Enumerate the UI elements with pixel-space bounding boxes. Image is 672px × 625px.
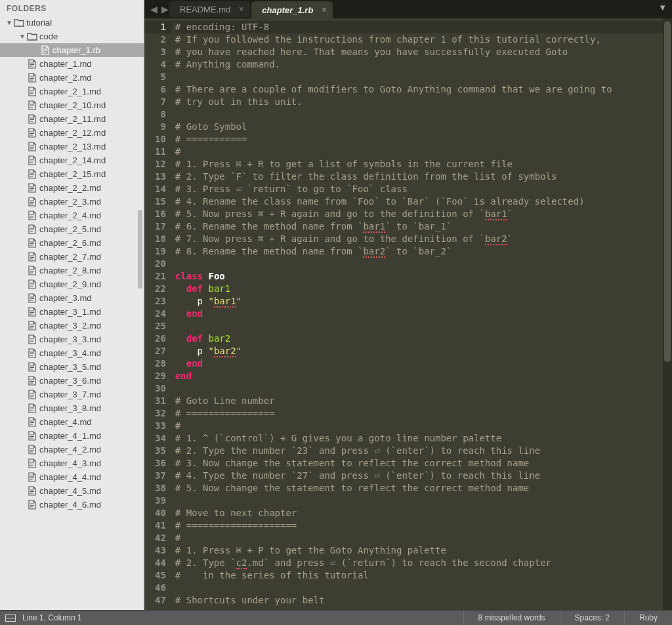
code-line[interactable]: # 3. Now change the statement to reflect… xyxy=(175,457,672,470)
tree-file[interactable]: chapter_2_15.md xyxy=(0,167,144,181)
tree-file[interactable]: chapter_2_11.md xyxy=(0,112,144,126)
tree-file[interactable]: chapter_3_8.md xyxy=(0,401,144,415)
tree-file[interactable]: chapter_2_14.md xyxy=(0,153,144,167)
tree-file[interactable]: chapter_3_1.md xyxy=(0,305,144,319)
tree-file[interactable]: chapter_1.rb xyxy=(0,43,144,57)
tree-file[interactable]: chapter_4_3.md xyxy=(0,456,144,470)
editor-scrollbar-track[interactable] xyxy=(663,18,672,610)
tree-file[interactable]: chapter_2_6.md xyxy=(0,236,144,250)
tree-file[interactable]: chapter_2_2.md xyxy=(0,181,144,195)
code-line[interactable]: # Goto Symbol xyxy=(175,121,672,133)
close-icon[interactable]: × xyxy=(239,5,243,14)
code-line[interactable]: # xyxy=(175,532,672,544)
tree-file[interactable]: chapter_2_13.md xyxy=(0,140,144,153)
code-line[interactable] xyxy=(175,494,672,507)
code-line[interactable]: # 7. Now press ⌘ + R again and go to the… xyxy=(175,233,672,245)
tree-file[interactable]: chapter_1.md xyxy=(0,57,144,71)
status-indentation[interactable]: Spaces: 2 xyxy=(560,611,624,625)
code-line[interactable]: # encoding: UTF-8 xyxy=(175,21,672,33)
code-line[interactable]: # try out in this unit. xyxy=(175,96,672,108)
nav-back-icon[interactable]: ◀ xyxy=(148,3,159,16)
code-line[interactable]: # 5. Now change the statement to reflect… xyxy=(175,482,672,494)
tree-file[interactable]: chapter_3_6.md xyxy=(0,374,144,388)
code-line[interactable] xyxy=(175,258,672,270)
tree-file[interactable]: chapter_2_1.md xyxy=(0,85,144,98)
code-line[interactable]: # 4. Type the number `27` and press ⏎ (`… xyxy=(175,470,672,482)
code-line[interactable] xyxy=(175,320,672,333)
code-line[interactable]: # 2. Type `c2.md` and press ⏎ (`return`)… xyxy=(175,557,672,569)
tree-file[interactable]: chapter_4_5.md xyxy=(0,484,144,498)
tree-file[interactable]: chapter_4_2.md xyxy=(0,443,144,456)
code-line[interactable]: def bar1 xyxy=(175,283,672,295)
code-line[interactable]: # There are a couple of modifiers to Got… xyxy=(175,83,672,96)
code-line[interactable]: # 1. Press ⌘ + P to get the Goto Anythin… xyxy=(175,544,672,557)
tree-folder[interactable]: ▼tutorial xyxy=(0,16,144,30)
code-line[interactable]: # 6. Rename the method name from `bar1` … xyxy=(175,220,672,233)
tree-file[interactable]: chapter_3_4.md xyxy=(0,346,144,360)
tree-file[interactable]: chapter_4.md xyxy=(0,415,144,429)
code-line[interactable]: # If you followed the instructions from … xyxy=(175,33,672,46)
sidebar-scrollbar[interactable] xyxy=(138,210,142,289)
code-line[interactable]: # in the series of this tutorial xyxy=(175,569,672,582)
code-line[interactable]: # xyxy=(175,420,672,432)
tree-file[interactable]: chapter_2_4.md xyxy=(0,209,144,222)
tab[interactable]: README.md× xyxy=(169,1,250,17)
tree-file[interactable]: chapter_2_3.md xyxy=(0,195,144,209)
code-line[interactable]: p "bar2" xyxy=(175,345,672,357)
code-line[interactable]: # 4. Rename the class name from `Foo` to… xyxy=(175,195,672,208)
code-line[interactable]: # 2. Type the number `23` and press ⏎ (`… xyxy=(175,445,672,457)
code-line[interactable]: # 1. ^ (`control`) + G gives you a goto … xyxy=(175,432,672,445)
tree-file[interactable]: chapter_4_4.md xyxy=(0,470,144,484)
code-line[interactable]: def bar2 xyxy=(175,333,672,345)
code-line[interactable] xyxy=(175,582,672,594)
code-line[interactable]: # Goto Line number xyxy=(175,395,672,407)
tree-file[interactable]: chapter_3_2.md xyxy=(0,319,144,333)
code-line[interactable]: # xyxy=(175,146,672,158)
tree-file[interactable]: chapter_4_1.md xyxy=(0,429,144,443)
code-line[interactable]: end xyxy=(175,357,672,370)
code-line[interactable]: # 1. Press ⌘ + R to get a list of symbol… xyxy=(175,158,672,171)
tree-file[interactable]: chapter_3.md xyxy=(0,291,144,305)
code-editor[interactable]: 1234567891011121314151617181920212223242… xyxy=(144,18,672,610)
code-line[interactable] xyxy=(175,108,672,121)
tree-file[interactable]: chapter_3_5.md xyxy=(0,360,144,374)
code-line[interactable]: # ================ xyxy=(175,407,672,420)
code-line[interactable]: # 8. Rename the method name from `bar2` … xyxy=(175,245,672,258)
tree-file[interactable]: chapter_2_12.md xyxy=(0,126,144,140)
panel-switcher-icon[interactable] xyxy=(5,614,16,622)
tree-file[interactable]: chapter_2_5.md xyxy=(0,222,144,236)
tree-file[interactable]: chapter_2.md xyxy=(0,71,144,85)
code-line[interactable]: class Foo xyxy=(175,270,672,283)
tree-folder[interactable]: ▼code xyxy=(0,30,144,43)
code-line[interactable]: # ==================== xyxy=(175,519,672,532)
tab-overflow-icon[interactable]: ▼ xyxy=(658,3,667,12)
status-syntax[interactable]: Ruby xyxy=(624,611,672,625)
code-line[interactable]: # 2. Type `F` to filter the class defini… xyxy=(175,171,672,183)
code-line[interactable]: # Shortcuts under your belt xyxy=(175,594,672,607)
code-line[interactable]: # 5. Now press ⌘ + R again and go to the… xyxy=(175,208,672,220)
disclosure-triangle-icon[interactable]: ▼ xyxy=(5,19,13,26)
code-line[interactable]: end xyxy=(175,308,672,320)
code-line[interactable]: # Anything command. xyxy=(175,58,672,71)
disclosure-triangle-icon[interactable]: ▼ xyxy=(18,33,26,40)
code-line[interactable]: # Move to next chapter xyxy=(175,507,672,519)
tree-file[interactable]: chapter_2_9.md xyxy=(0,277,144,291)
tree-item-label: chapter_3.md xyxy=(38,293,92,303)
code-line[interactable]: p "bar1" xyxy=(175,295,672,308)
tab[interactable]: chapter_1.rb× xyxy=(251,1,333,18)
editor-scrollbar-thumb[interactable] xyxy=(664,21,671,362)
tree-file[interactable]: chapter_3_7.md xyxy=(0,388,144,401)
status-spellcheck[interactable]: 8 misspelled words xyxy=(463,611,560,625)
code-line[interactable]: # you have reached here. That means you … xyxy=(175,46,672,58)
tree-file[interactable]: chapter_3_3.md xyxy=(0,333,144,346)
tree-file[interactable]: chapter_2_7.md xyxy=(0,250,144,264)
code-line[interactable] xyxy=(175,71,672,83)
tree-file[interactable]: chapter_2_8.md xyxy=(0,264,144,277)
close-icon[interactable]: × xyxy=(322,5,326,14)
code-line[interactable]: # 3. Press ⏎ `return` to go to `Foo` cla… xyxy=(175,183,672,195)
tree-file[interactable]: chapter_4_6.md xyxy=(0,498,144,512)
code-line[interactable]: end xyxy=(175,370,672,382)
tree-file[interactable]: chapter_2_10.md xyxy=(0,98,144,112)
code-line[interactable]: # =========== xyxy=(175,133,672,146)
code-line[interactable] xyxy=(175,382,672,395)
